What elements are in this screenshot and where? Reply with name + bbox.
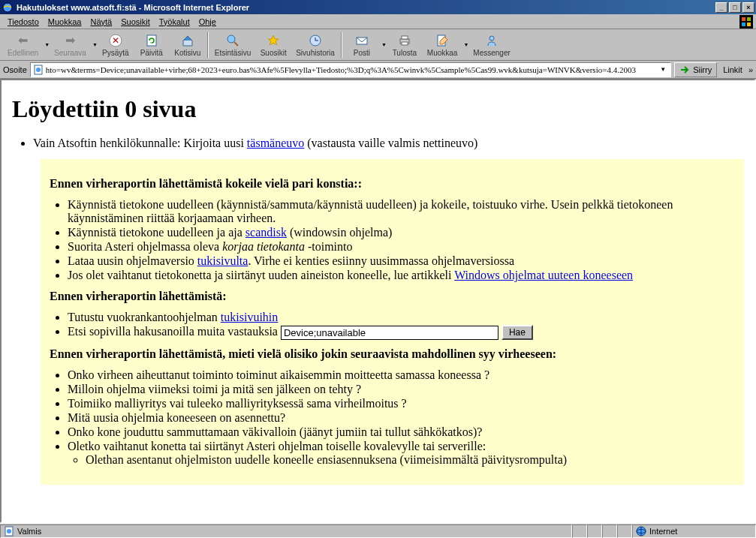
svg-rect-3: [742, 23, 745, 26]
home-icon: [180, 33, 195, 48]
link-windows-ohjelmat[interactable]: Windows ohjelmat uuteen koneeseen: [454, 269, 633, 281]
go-button[interactable]: Siirry: [674, 62, 717, 77]
list-item: Käynnistä tietokone uudelleen ja aja sca…: [68, 226, 735, 239]
list-item: Toimiiko malliyritys vai tuleeko malliyr…: [68, 397, 735, 410]
refresh-button[interactable]: Päivitä: [134, 30, 170, 60]
addressbar: Osoite ▼ Siirry Linkit »: [0, 61, 756, 79]
status-spacer: [587, 524, 602, 538]
forward-icon: ➡: [63, 33, 78, 48]
page-heading: Löydettiin 0 sivua: [12, 95, 744, 123]
list-item: Onko virheen aiheuttanut toiminto toimin…: [68, 368, 735, 382]
section2-head: Ennen virheraportin lähettämistä:: [50, 290, 735, 303]
edit-icon: [435, 33, 450, 48]
stop-icon: ✕: [108, 33, 123, 48]
links-chevron[interactable]: »: [748, 65, 753, 74]
link-tukisivuihin[interactable]: tukisivuihin: [221, 311, 278, 323]
list-item: Olethan asentanut ohjelmiston uudelle ko…: [86, 453, 735, 467]
status-spacer: [572, 524, 587, 538]
list-item: Lataa uusin ohjelmaversio tukisivulta. V…: [68, 254, 735, 268]
list-item: Mitä uusia ohjelmia koneeseen on asennet…: [68, 411, 735, 425]
address-label: Osoite: [3, 65, 27, 74]
menu-ohje[interactable]: Ohje: [194, 16, 221, 28]
list-item: Tutustu vuokrankantoohjelman tukisivuihi…: [68, 311, 735, 324]
list-item: Suorita Asteri ohjelmassa oleva korjaa t…: [68, 240, 735, 254]
ie-icon: [2, 2, 14, 14]
status-spacer: [602, 524, 617, 538]
menu-tyokalut[interactable]: Työkalut: [155, 16, 194, 28]
list-item: Jos olet vaihtanut tietokonetta ja siirt…: [68, 269, 735, 282]
address-dropdown[interactable]: ▼: [657, 66, 669, 73]
window-title: Hakutulokset www.atsoft.fi:stä - Microso…: [17, 3, 715, 12]
menu-tiedosto[interactable]: Tiedosto: [3, 16, 44, 28]
page-icon: [32, 64, 44, 76]
edit-dropdown[interactable]: ▼: [463, 42, 468, 47]
internet-icon: [636, 526, 646, 536]
go-icon: [679, 65, 690, 75]
svg-rect-1: [742, 17, 745, 21]
svg-rect-2: [747, 17, 751, 21]
mail-button[interactable]: Posti: [344, 30, 380, 60]
menu-muokkaa[interactable]: Muokkaa: [44, 16, 86, 28]
menu-nayta[interactable]: Näytä: [86, 16, 116, 28]
list-item: Käynnistä tietokone uudelleen (käynnistä…: [68, 198, 735, 225]
svg-rect-7: [147, 35, 156, 46]
maximize-button[interactable]: □: [729, 2, 741, 13]
help-box: Ennen virheraportin lähettämistä kokeile…: [41, 159, 744, 485]
edit-button[interactable]: Muokkaa: [423, 30, 462, 60]
toolbar: ⬅ Edellinen ▼ ➡ Seuraava ▼ ✕ Pysäytä Päi…: [0, 29, 756, 61]
svg-line-9: [234, 42, 238, 46]
link-tukisivulta[interactable]: tukisivulta: [197, 254, 248, 267]
search-icon: [225, 33, 240, 48]
toolbar-separator: [341, 32, 342, 58]
section1-head: Ennen virheraportin lähettämistä kokeile…: [50, 177, 735, 191]
search-button[interactable]: Hae: [501, 325, 533, 340]
statusbar: Valmis Internet: [0, 523, 756, 538]
link-scandisk[interactable]: scandisk: [245, 226, 287, 239]
history-button[interactable]: Sivuhistoria: [291, 30, 339, 60]
svg-point-20: [36, 68, 41, 72]
back-icon: ⬅: [16, 33, 31, 48]
print-icon: [397, 33, 412, 48]
forward-button[interactable]: ➡ Seuraava: [50, 30, 91, 60]
star-icon: [266, 33, 281, 48]
menu-suosikit[interactable]: Suosikit: [116, 16, 155, 28]
search-button[interactable]: Etsintäsivu: [210, 30, 255, 60]
close-button[interactable]: ×: [742, 2, 754, 13]
svg-point-8: [227, 35, 235, 43]
mail-icon: [354, 33, 369, 48]
print-button[interactable]: Tulosta: [387, 30, 423, 60]
intro-item: Vain Atsoftin henkilökunnalle: Kirjoita …: [33, 137, 744, 150]
list-item: Etsi sopivilla hakusanoilla muita vastau…: [68, 325, 735, 340]
svg-rect-15: [402, 36, 408, 39]
search-input[interactable]: [281, 326, 498, 340]
list-item: Milloin ohjelma viimeksi toimi ja mitä s…: [68, 383, 735, 396]
forward-dropdown[interactable]: ▼: [92, 42, 98, 47]
menubar: Tiedosto Muokkaa Näytä Suosikit Työkalut…: [0, 14, 756, 29]
list-item: Oletko vaihtanut konetta tai siirtänyt A…: [68, 440, 735, 467]
links-label[interactable]: Linkit: [720, 65, 745, 74]
link-tasmaneuvo[interactable]: täsmäneuvo: [247, 137, 304, 149]
messenger-button[interactable]: Messenger: [468, 30, 514, 60]
section3-head: Ennen virheraportin lähettämistä, mieti …: [50, 347, 735, 361]
titlebar: Hakutulokset www.atsoft.fi:stä - Microso…: [0, 0, 756, 14]
windows-logo-icon: [739, 15, 753, 29]
back-button[interactable]: ⬅ Edellinen: [3, 30, 43, 60]
toolbar-separator: [207, 32, 209, 58]
list-item: Onko kone jouduttu sammuttamaan väkivall…: [68, 425, 735, 439]
address-input[interactable]: [46, 65, 657, 74]
svg-rect-4: [747, 23, 751, 26]
page-icon: [4, 526, 14, 536]
minimize-button[interactable]: _: [715, 2, 727, 13]
favorites-button[interactable]: Suosikit: [255, 30, 291, 60]
page-content: Löydettiin 0 sivua Vain Atsoftin henkilö…: [2, 80, 754, 521]
stop-button[interactable]: ✕ Pysäytä: [98, 30, 134, 60]
status-zone: Internet: [632, 524, 756, 538]
back-dropdown[interactable]: ▼: [44, 42, 50, 47]
messenger-icon: [484, 33, 499, 48]
home-button[interactable]: Kotisivu: [170, 30, 206, 60]
svg-point-22: [7, 529, 11, 533]
svg-text:✕: ✕: [112, 35, 119, 46]
history-icon: [308, 33, 323, 48]
mail-dropdown[interactable]: ▼: [381, 42, 387, 47]
svg-rect-16: [402, 42, 408, 45]
